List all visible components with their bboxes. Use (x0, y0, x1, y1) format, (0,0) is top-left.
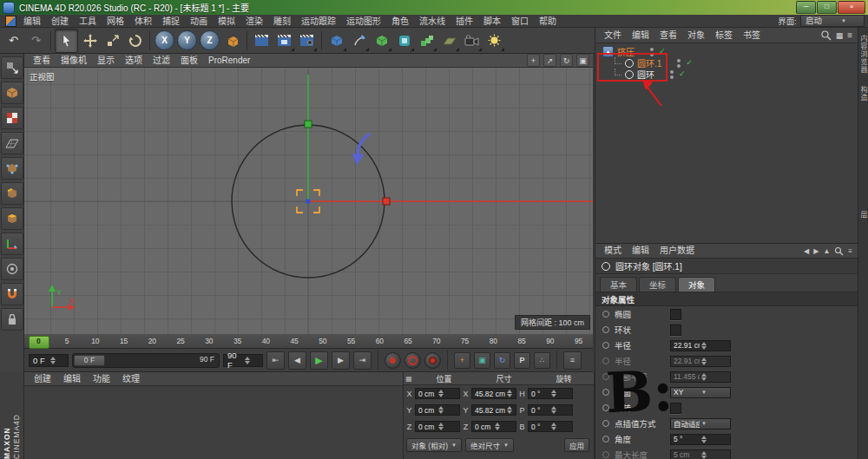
spinner-icon[interactable] (245, 357, 259, 364)
enabled-check-icon[interactable]: ✓ (686, 59, 693, 67)
visibility-dots-icon[interactable] (670, 70, 674, 74)
attribute-menu-item[interactable]: 编辑 (627, 244, 654, 258)
menu-item[interactable]: 模拟 (213, 15, 240, 28)
timeline-tick[interactable]: 35 (223, 334, 252, 348)
timeline-tick[interactable]: 90 (536, 334, 565, 348)
viewport-rotate-icon[interactable]: ↻ (560, 54, 573, 67)
menu-item[interactable]: 编辑 (18, 15, 46, 28)
snap-button[interactable] (1, 283, 23, 305)
mograph-cloner-button[interactable] (416, 30, 437, 52)
dock-tab[interactable]: 构造 (858, 86, 868, 102)
minimize-button[interactable]: ─ (796, 1, 816, 14)
spinner-icon[interactable] (701, 342, 727, 350)
apply-button[interactable]: 应用 (564, 438, 589, 452)
keyframe-dot-icon[interactable] (602, 436, 609, 443)
spinner-icon[interactable] (495, 423, 513, 430)
rot-h-field[interactable]: 0 ° (528, 388, 573, 399)
material-menu-item[interactable]: 功能 (87, 372, 116, 385)
move-tool-button[interactable] (79, 30, 101, 52)
timeline-tick[interactable]: 45 (280, 334, 309, 348)
timeline-tick[interactable]: 80 (479, 334, 508, 348)
next-frame-button[interactable]: ▶ (332, 351, 350, 370)
spinner-icon[interactable] (50, 357, 64, 364)
filter-icon[interactable]: ▦ (836, 31, 844, 40)
menu-item[interactable]: 窗口 (506, 15, 534, 28)
spinner-icon[interactable] (438, 406, 457, 414)
workplane-mode-button[interactable] (1, 132, 23, 154)
spinner-icon[interactable] (507, 390, 513, 397)
object-row-extrude[interactable]: ▲ 挤压 ✓ (595, 46, 858, 57)
c4d-cube-icon[interactable] (5, 16, 16, 27)
plane-dropdown[interactable]: XY▼ (670, 387, 731, 398)
key-scale-button[interactable]: ▣ (474, 352, 490, 369)
menu-item[interactable]: 运动跟踪 (296, 15, 341, 28)
redo-button[interactable]: ↷ (25, 30, 47, 52)
timeline-tick[interactable]: 65 (394, 334, 423, 348)
texture-mode-button[interactable] (1, 107, 23, 129)
goto-end-button[interactable]: ⇥ (353, 351, 372, 370)
menu-item[interactable]: 插件 (450, 15, 478, 28)
transport-options-button[interactable]: ≡ (563, 351, 582, 370)
ellipse-checkbox[interactable] (670, 309, 681, 320)
burger-icon[interactable]: ≡ (848, 247, 852, 255)
search-icon[interactable] (820, 30, 832, 41)
material-menu-item[interactable]: 编辑 (57, 372, 87, 385)
timeline-tick[interactable]: 15 (109, 334, 138, 348)
enabled-check-icon[interactable]: ✓ (679, 70, 686, 78)
tab-coordinates[interactable]: 坐标 (639, 277, 676, 292)
radius-field[interactable]: 22.91 cm (670, 340, 731, 351)
scale-tool-button[interactable] (102, 30, 123, 52)
history-forward-icon[interactable]: ▶ (813, 247, 819, 255)
menu-item[interactable]: 脚本 (478, 15, 506, 28)
object-properties-header[interactable]: 对象属性 (595, 292, 858, 306)
key-parameter-button[interactable]: P (514, 352, 530, 369)
viewport-menu-item[interactable]: 查看 (28, 54, 56, 68)
object-menu-item[interactable]: 对象 (682, 28, 710, 43)
history-back-icon[interactable]: ◀ (804, 247, 809, 255)
timeline-ruler[interactable]: 05101520253035404550556065707580859095 (24, 334, 593, 349)
spinner-icon[interactable] (438, 423, 457, 430)
camera-button[interactable] (461, 30, 483, 52)
key-rotation-button[interactable]: ↻ (494, 352, 510, 369)
menu-item[interactable]: 渲染 (240, 15, 268, 28)
timeline-tick[interactable]: 50 (309, 334, 338, 348)
keyframe-dot-icon[interactable] (602, 326, 609, 333)
timeline-tick[interactable]: 60 (365, 334, 394, 348)
tab-object[interactable]: 对象 (678, 277, 715, 292)
object-menu-item[interactable]: 标签 (710, 28, 738, 43)
floor-button[interactable] (438, 30, 460, 52)
size-x-field[interactable]: 45.82 cm (471, 388, 516, 399)
undo-button[interactable]: ↶ (3, 30, 24, 52)
viewport-menu-item[interactable]: 选项 (120, 54, 148, 68)
menu-item[interactable]: 捕捉 (157, 15, 185, 28)
prev-frame-button[interactable]: ◀ (288, 351, 306, 370)
viewport-zoom-icon[interactable]: ↗ (543, 54, 556, 67)
menu-item[interactable]: 角色 (386, 15, 414, 28)
lock-workplane-button[interactable] (1, 308, 23, 331)
object-name[interactable]: 圆环 (637, 68, 654, 81)
current-frame-field[interactable]: 0 F (29, 354, 69, 367)
timeline-tick[interactable]: 10 (82, 334, 110, 348)
model-mode-button[interactable] (1, 82, 23, 104)
viewport-menu-item[interactable]: 过滤 (148, 54, 175, 68)
size-z-field[interactable]: 0 cm (471, 421, 516, 432)
viewport-menu-item[interactable]: 面板 (175, 54, 203, 68)
render-view-button[interactable] (251, 30, 273, 52)
spinner-icon[interactable] (701, 436, 727, 443)
y-axis-handle[interactable] (305, 121, 312, 128)
object-menu-item[interactable]: 书签 (738, 28, 766, 43)
viewport-canvas[interactable]: Y X 正视图 网格间距 : 100 cm (24, 68, 593, 334)
keyframe-dot-icon[interactable] (602, 311, 609, 318)
enabled-check-icon[interactable]: ✓ (659, 48, 666, 56)
rot-b-field[interactable]: 0 ° (528, 421, 573, 432)
maximize-button[interactable]: □ (817, 1, 837, 14)
autokey-button[interactable] (404, 352, 421, 369)
timeline-tick[interactable]: 0 (24, 334, 53, 348)
material-list-area[interactable] (24, 386, 403, 459)
material-menu-item[interactable]: 创建 (28, 372, 57, 385)
visibility-dots-icon[interactable] (650, 48, 654, 51)
timeline-tick[interactable]: 95 (564, 334, 593, 348)
menu-item[interactable]: 动画 (185, 15, 213, 28)
coord-mode-dropdown[interactable]: 对象 (相对)▼ (406, 438, 462, 452)
coordinates-grid-icon[interactable]: ▦ (404, 375, 414, 383)
